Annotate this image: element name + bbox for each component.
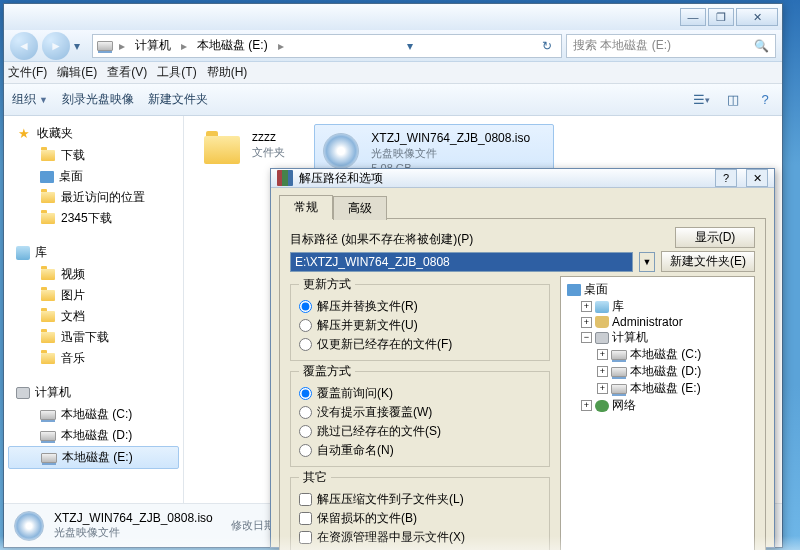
tab-panel-general: 目标路径 (如果不存在将被创建)(P) 显示(D) E:\XTZJ_WIN764… bbox=[279, 218, 766, 550]
close-button[interactable]: ✕ bbox=[736, 8, 778, 26]
check-keep-broken[interactable]: 保留损坏的文件(B) bbox=[299, 509, 541, 528]
burn-image-button[interactable]: 刻录光盘映像 bbox=[62, 91, 134, 108]
folder-icon bbox=[40, 211, 56, 227]
sidebar-item-drive-e[interactable]: 本地磁盘 (E:) bbox=[8, 446, 179, 469]
sidebar-item-downloads[interactable]: 下载 bbox=[4, 145, 183, 166]
tree-library[interactable]: +库 bbox=[563, 298, 752, 315]
drive-icon bbox=[97, 38, 113, 54]
file-name: zzzz bbox=[252, 130, 285, 144]
dest-path-dropdown[interactable]: ▼ bbox=[639, 252, 655, 272]
recent-icon bbox=[40, 190, 56, 206]
desktop-icon bbox=[40, 171, 54, 183]
tree-admin[interactable]: +Administrator bbox=[563, 315, 752, 329]
drive-icon bbox=[611, 364, 627, 380]
sidebar-item-documents[interactable]: 文档 bbox=[4, 306, 183, 327]
menu-tools[interactable]: 工具(T) bbox=[157, 64, 196, 81]
radio-extract-replace[interactable]: 解压并替换文件(R) bbox=[299, 297, 541, 316]
maximize-button[interactable]: ❐ bbox=[708, 8, 734, 26]
dialog-close-button[interactable]: ✕ bbox=[746, 169, 768, 187]
radio-freshen-only[interactable]: 仅更新已经存在的文件(F) bbox=[299, 335, 541, 354]
sidebar-item-thunder[interactable]: 迅雷下载 bbox=[4, 327, 183, 348]
radio-ask-overwrite[interactable]: 覆盖前询问(K) bbox=[299, 384, 541, 403]
show-button[interactable]: 显示(D) bbox=[675, 227, 755, 248]
tab-general[interactable]: 常规 bbox=[279, 195, 333, 219]
sidebar-item-recent[interactable]: 最近访问的位置 bbox=[4, 187, 183, 208]
radio-auto-rename[interactable]: 自动重命名(N) bbox=[299, 441, 541, 460]
minimize-button[interactable]: — bbox=[680, 8, 706, 26]
search-input[interactable]: 搜索 本地磁盘 (E:) 🔍 bbox=[566, 34, 776, 58]
expand-icon[interactable]: + bbox=[597, 366, 608, 377]
drive-icon bbox=[41, 450, 57, 466]
toolbar: 组织▼ 刻录光盘映像 新建文件夹 ☰▾ ◫ ? bbox=[4, 84, 782, 116]
drive-icon bbox=[611, 381, 627, 397]
sidebar-favorites[interactable]: ★收藏夹 bbox=[4, 122, 183, 145]
overwrite-mode-group: 覆盖方式 覆盖前询问(K) 没有提示直接覆盖(W) 跳过已经存在的文件(S) 自… bbox=[290, 363, 550, 467]
iso-icon bbox=[321, 131, 361, 171]
menu-edit[interactable]: 编辑(E) bbox=[57, 64, 97, 81]
history-dropdown-icon[interactable]: ▾ bbox=[74, 39, 88, 53]
sidebar-item-desktop[interactable]: 桌面 bbox=[4, 166, 183, 187]
preview-pane-button[interactable]: ◫ bbox=[724, 92, 742, 108]
search-icon: 🔍 bbox=[754, 39, 769, 53]
refresh-dropdown-icon[interactable]: ▾ bbox=[400, 36, 420, 56]
menu-file[interactable]: 文件(F) bbox=[8, 64, 47, 81]
sidebar-item-pictures[interactable]: 图片 bbox=[4, 285, 183, 306]
update-legend: 更新方式 bbox=[299, 276, 355, 293]
breadcrumb-sep: ▸ bbox=[181, 39, 187, 53]
breadcrumb-computer[interactable]: 计算机 bbox=[131, 37, 175, 54]
new-folder-button[interactable]: 新建文件夹 bbox=[148, 91, 208, 108]
organize-button[interactable]: 组织▼ bbox=[12, 91, 48, 108]
folder-icon bbox=[202, 130, 242, 170]
search-placeholder: 搜索 本地磁盘 (E:) bbox=[573, 37, 671, 54]
tree-desktop[interactable]: 桌面 bbox=[563, 281, 752, 298]
menu-help[interactable]: 帮助(H) bbox=[207, 64, 248, 81]
back-button[interactable]: ◄ bbox=[10, 32, 38, 60]
dialog-help-button[interactable]: ? bbox=[715, 169, 737, 187]
dest-path-input[interactable]: E:\XTZJ_WIN764_ZJB_0808 bbox=[290, 252, 633, 272]
breadcrumb-drive[interactable]: 本地磁盘 (E:) bbox=[193, 37, 272, 54]
folder-tree[interactable]: 桌面 +库 +Administrator −计算机 +本地磁盘 (C:) +本地… bbox=[560, 276, 755, 550]
dialog-title: 解压路径和选项 bbox=[299, 170, 706, 187]
dialog-title-bar: 解压路径和选项 ? ✕ bbox=[271, 169, 774, 188]
tree-network[interactable]: +网络 bbox=[563, 397, 752, 414]
network-icon bbox=[595, 400, 609, 412]
expand-icon[interactable]: + bbox=[581, 400, 592, 411]
radio-extract-update[interactable]: 解压并更新文件(U) bbox=[299, 316, 541, 335]
radio-overwrite-noask[interactable]: 没有提示直接覆盖(W) bbox=[299, 403, 541, 422]
expand-icon[interactable]: + bbox=[581, 317, 592, 328]
tree-drive-e[interactable]: +本地磁盘 (E:) bbox=[563, 380, 752, 397]
extract-dialog: 解压路径和选项 ? ✕ 常规 高级 目标路径 (如果不存在将被创建)(P) 显示… bbox=[270, 168, 775, 548]
computer-icon bbox=[16, 387, 30, 399]
sidebar-item-2345[interactable]: 2345下载 bbox=[4, 208, 183, 229]
expand-icon[interactable]: + bbox=[597, 349, 608, 360]
tab-advanced[interactable]: 高级 bbox=[333, 196, 387, 220]
radio-skip-existing[interactable]: 跳过已经存在的文件(S) bbox=[299, 422, 541, 441]
sidebar-computer[interactable]: 计算机 bbox=[4, 381, 183, 404]
breadcrumb-sep: ▸ bbox=[278, 39, 284, 53]
sidebar-libraries[interactable]: 库 bbox=[4, 241, 183, 264]
view-mode-button[interactable]: ☰▾ bbox=[692, 92, 710, 108]
tree-drive-d[interactable]: +本地磁盘 (D:) bbox=[563, 363, 752, 380]
expand-icon[interactable]: + bbox=[581, 301, 592, 312]
menu-view[interactable]: 查看(V) bbox=[107, 64, 147, 81]
forward-button[interactable]: ► bbox=[42, 32, 70, 60]
check-extract-subfolder[interactable]: 解压压缩文件到子文件夹(L) bbox=[299, 490, 541, 509]
pictures-icon bbox=[40, 288, 56, 304]
drive-icon bbox=[611, 347, 627, 363]
new-folder-button[interactable]: 新建文件夹(E) bbox=[661, 251, 755, 272]
sidebar-item-music[interactable]: 音乐 bbox=[4, 348, 183, 369]
sidebar-item-drive-d[interactable]: 本地磁盘 (D:) bbox=[4, 425, 183, 446]
drive-icon bbox=[40, 407, 56, 423]
address-bar[interactable]: ▸ 计算机 ▸ 本地磁盘 (E:) ▸ ▾ ↻ bbox=[92, 34, 562, 58]
file-name: XTZJ_WIN764_ZJB_0808.iso bbox=[371, 131, 530, 145]
collapse-icon[interactable]: − bbox=[581, 332, 592, 343]
tree-drive-c[interactable]: +本地磁盘 (C:) bbox=[563, 346, 752, 363]
expand-icon[interactable]: + bbox=[597, 383, 608, 394]
tree-computer[interactable]: −计算机 bbox=[563, 329, 752, 346]
help-icon[interactable]: ? bbox=[756, 92, 774, 108]
sidebar-item-drive-c[interactable]: 本地磁盘 (C:) bbox=[4, 404, 183, 425]
sidebar-item-videos[interactable]: 视频 bbox=[4, 264, 183, 285]
refresh-icon[interactable]: ↻ bbox=[537, 36, 557, 56]
title-bar: — ❐ ✕ bbox=[4, 4, 782, 30]
documents-icon bbox=[40, 309, 56, 325]
